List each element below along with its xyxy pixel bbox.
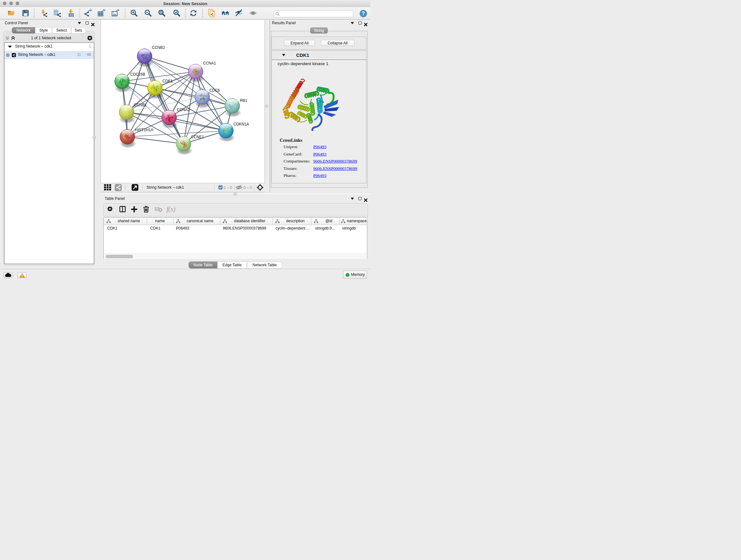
svg-text:CCNB2: CCNB2: [152, 45, 165, 50]
svg-text:CDC6: CDC6: [209, 88, 220, 92]
svg-text:CCNB1: CCNB1: [134, 103, 147, 107]
svg-text:CDKN1A: CDKN1A: [233, 122, 249, 126]
svg-text:CDC25B: CDC25B: [130, 72, 145, 77]
svg-text:CCNE1: CCNE1: [191, 135, 204, 139]
svg-text:HIST1H1A: HIST1H1A: [135, 128, 153, 132]
svg-text:RB1: RB1: [240, 98, 248, 103]
svg-text:CDK1: CDK1: [162, 79, 173, 83]
svg-text:CCNA2: CCNA2: [177, 108, 190, 112]
svg-text:CCNA1: CCNA1: [203, 61, 216, 65]
